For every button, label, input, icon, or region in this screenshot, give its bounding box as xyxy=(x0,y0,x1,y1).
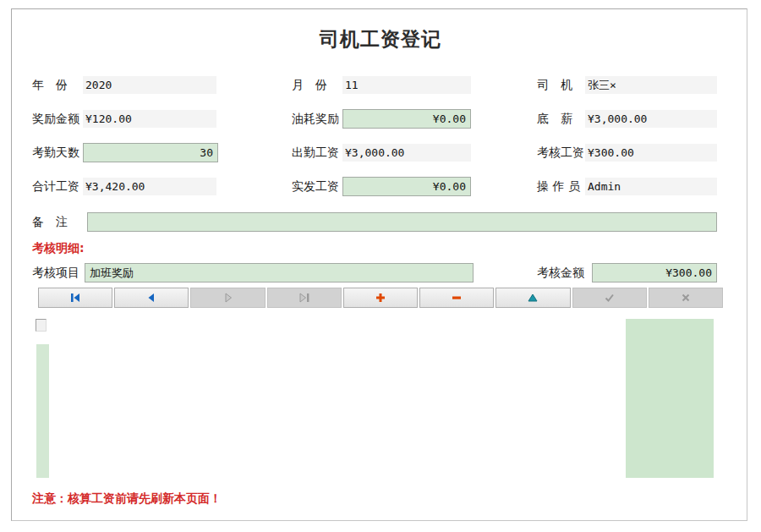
nav-delete-button[interactable] xyxy=(419,288,494,308)
grid-row-indicator-column xyxy=(36,344,49,478)
next-record-icon xyxy=(222,293,235,303)
operator-label: 操 作 员 xyxy=(537,177,580,195)
insert-record-icon xyxy=(375,293,386,303)
total-salary-value-field: ¥3,420.00 xyxy=(83,178,216,195)
prior-record-icon xyxy=(145,293,158,303)
last-record-icon xyxy=(298,293,311,303)
edit-record-icon xyxy=(527,293,539,303)
operator-value-field: Admin xyxy=(585,178,717,195)
page-title: 司机工资登记 xyxy=(0,26,761,52)
driver-value-field: 张三× xyxy=(585,76,717,94)
base-salary-value-field: ¥3,000.00 xyxy=(585,110,717,128)
grid-indicator-cell xyxy=(36,319,47,332)
nav-cancel-button xyxy=(649,288,723,308)
fuel-reward-label: 油耗奖励 xyxy=(292,109,339,128)
nav-post-button xyxy=(572,288,647,308)
record-navigator xyxy=(38,288,723,308)
nav-edit-button[interactable] xyxy=(495,288,570,308)
year-value-field: 2020 xyxy=(83,76,216,94)
reward-amount-label: 奖励金额 xyxy=(32,109,79,128)
nav-next-button xyxy=(190,288,265,308)
total-salary-label: 合计工资 xyxy=(32,177,79,195)
base-salary-label: 底 薪 xyxy=(537,109,572,128)
post-record-icon xyxy=(604,293,615,303)
footer-warning: 注意：核算工资前请先刷新本页面！ xyxy=(32,491,222,507)
assessment-item-input[interactable] xyxy=(85,263,474,282)
attendance-salary-label: 出勤工资 xyxy=(292,143,339,162)
assessment-salary-value-field: ¥300.00 xyxy=(585,144,717,162)
nav-prior-button[interactable] xyxy=(114,288,189,308)
nav-insert-button[interactable] xyxy=(343,288,418,308)
actual-salary-input[interactable] xyxy=(342,177,471,196)
assessment-item-label: 考核项目 xyxy=(32,263,79,282)
first-record-icon xyxy=(68,293,82,303)
attendance-salary-value-field: ¥3,000.00 xyxy=(342,144,471,162)
cancel-record-icon xyxy=(681,293,691,303)
assessment-amount-label: 考核金额 xyxy=(537,263,584,282)
assessment-amount-input[interactable] xyxy=(592,263,717,282)
delete-record-icon xyxy=(452,293,462,303)
nav-first-button[interactable] xyxy=(38,288,112,308)
year-label: 年 份 xyxy=(32,75,68,94)
fuel-reward-input[interactable] xyxy=(342,109,471,129)
actual-salary-label: 实发工资 xyxy=(292,177,339,195)
month-value-field: 11 xyxy=(342,76,471,94)
month-label: 月 份 xyxy=(292,75,327,94)
attendance-days-input[interactable] xyxy=(83,143,218,162)
driver-label: 司 机 xyxy=(537,75,572,94)
grid-side-panel xyxy=(626,319,714,478)
remark-input[interactable] xyxy=(87,212,717,232)
assessment-section-header: 考核明细: xyxy=(32,241,85,256)
attendance-days-label: 考勤天数 xyxy=(32,143,79,162)
nav-last-button xyxy=(267,288,342,308)
remark-label: 备 注 xyxy=(32,212,68,231)
reward-amount-value-field: ¥120.00 xyxy=(83,110,216,128)
assessment-salary-label: 考核工资 xyxy=(537,143,584,162)
